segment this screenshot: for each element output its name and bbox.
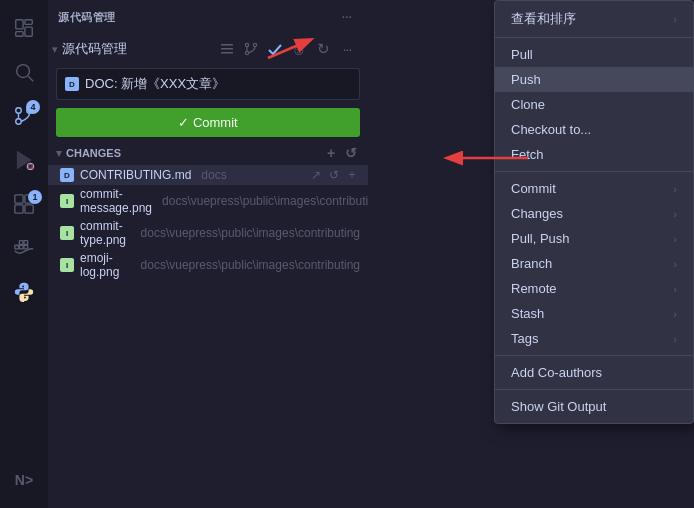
svg-rect-22 xyxy=(221,44,233,46)
file-item-commit-message[interactable]: I commit-message.png docs\vuepress\publi… xyxy=(48,185,368,217)
menu-separator-2 xyxy=(495,171,693,172)
menu-item-changes-chevron: › xyxy=(673,208,677,220)
changes-header[interactable]: ▾ Changes + ↺ xyxy=(48,141,368,165)
file-name-commit-message: commit-message.png xyxy=(80,187,152,215)
commit-button[interactable]: ✓ Commit xyxy=(56,108,360,137)
activity-icon-extensions[interactable]: 1 xyxy=(4,184,44,224)
menu-item-remote-label: Remote xyxy=(511,281,557,296)
changes-chevron: ▾ xyxy=(56,147,62,160)
menu-item-tags-label: Tags xyxy=(511,331,538,346)
changes-stage-all[interactable]: + xyxy=(322,144,340,162)
changes-label: Changes xyxy=(66,147,121,159)
activity-icon-git-lens[interactable]: N> xyxy=(4,460,44,500)
panel-title: 源代码管理 xyxy=(58,10,116,25)
svg-point-4 xyxy=(17,65,30,78)
menu-item-clone-label: Clone xyxy=(511,97,545,112)
activity-icon-run[interactable] xyxy=(4,140,44,180)
menu-item-show-git-output-label: Show Git Output xyxy=(511,399,606,414)
svg-rect-17 xyxy=(15,245,19,249)
file-icon-png-3: I xyxy=(60,258,74,272)
commit-input-box: D DOC: 新增《XXX文章》 xyxy=(56,68,360,100)
commit-input-text[interactable]: DOC: 新增《XXX文章》 xyxy=(85,75,225,93)
menu-item-view-sort[interactable]: 查看和排序 › xyxy=(495,5,693,33)
menu-item-checkout-label: Checkout to... xyxy=(511,122,591,137)
activity-icon-source-control[interactable]: 4 xyxy=(4,96,44,136)
menu-item-show-git-output[interactable]: Show Git Output xyxy=(495,394,693,419)
changes-section: ▾ Changes + ↺ D CONTRIBUTING.md docs ↗ ↺… xyxy=(48,141,368,508)
svg-rect-13 xyxy=(15,195,23,203)
activity-icon-python[interactable] xyxy=(4,272,44,312)
menu-item-stash[interactable]: Stash › xyxy=(495,301,693,326)
activity-icon-docker[interactable] xyxy=(4,228,44,268)
menu-item-add-co-authors-label: Add Co-authors xyxy=(511,365,602,380)
changes-discard-all[interactable]: ↺ xyxy=(342,144,360,162)
changes-header-right: + ↺ xyxy=(322,144,360,162)
main-content: 源代码管理 ··· ▾ 源代码管理 xyxy=(48,0,694,508)
menu-item-clone[interactable]: Clone xyxy=(495,92,693,117)
menu-item-view-sort-chevron: › xyxy=(673,13,677,25)
scm-toolbar-more[interactable]: ··· xyxy=(336,38,358,60)
scm-header-icons: ☺ ↻ ··· xyxy=(216,38,358,60)
menu-item-pull[interactable]: Pull xyxy=(495,42,693,67)
file-path-contributing: docs xyxy=(201,168,226,182)
panel-more-icon[interactable]: ··· xyxy=(336,6,358,28)
svg-rect-15 xyxy=(15,205,23,213)
svg-rect-23 xyxy=(221,48,233,50)
svg-rect-1 xyxy=(25,20,32,25)
menu-item-add-co-authors[interactable]: Add Co-authors xyxy=(495,360,693,385)
scm-toolbar-lines[interactable] xyxy=(216,38,238,60)
menu-item-branch-chevron: › xyxy=(673,258,677,270)
menu-item-view-sort-label: 查看和排序 xyxy=(511,10,576,28)
svg-rect-12 xyxy=(29,165,33,169)
menu-item-commit[interactable]: Commit › xyxy=(495,176,693,201)
file-name-contributing: CONTRIBUTING.md xyxy=(80,168,191,182)
activity-icon-explorer[interactable] xyxy=(4,8,44,48)
file-item-actions: ↗ ↺ + xyxy=(308,167,360,183)
menu-item-tags[interactable]: Tags › xyxy=(495,326,693,351)
file-item-contributing[interactable]: D CONTRIBUTING.md docs ↗ ↺ + xyxy=(48,165,368,185)
svg-point-25 xyxy=(245,51,248,54)
file-item-commit-type[interactable]: I commit-type.png docs\vuepress\public\i… xyxy=(48,217,368,249)
file-path-commit-type: docs\vuepress\public\images\contributing xyxy=(141,226,360,240)
file-stage-icon[interactable]: + xyxy=(344,167,360,183)
scm-chevron-icon: ▾ xyxy=(52,43,58,56)
file-icon-md: D xyxy=(60,168,74,182)
menu-item-branch[interactable]: Branch › xyxy=(495,251,693,276)
changes-header-left: ▾ Changes xyxy=(56,147,121,160)
menu-item-checkout[interactable]: Checkout to... xyxy=(495,117,693,142)
context-menu: 查看和排序 › Pull Push Clone Checkout to... F… xyxy=(494,0,694,424)
menu-item-stash-chevron: › xyxy=(673,308,677,320)
svg-rect-21 xyxy=(24,241,28,245)
menu-item-remote-chevron: › xyxy=(673,283,677,295)
menu-item-push[interactable]: Push xyxy=(495,67,693,92)
file-path-emoji-log: docs\vuepress\public\images\contributing xyxy=(141,258,360,272)
commit-button-label: ✓ Commit xyxy=(178,115,237,130)
file-discard-icon[interactable]: ↺ xyxy=(326,167,342,183)
scm-toolbar-check[interactable] xyxy=(264,38,286,60)
scm-section-header: ▾ 源代码管理 xyxy=(48,34,368,64)
source-control-badge: 4 xyxy=(26,100,40,114)
activity-icon-search[interactable] xyxy=(4,52,44,92)
menu-separator-3 xyxy=(495,355,693,356)
menu-item-push-label: Push xyxy=(511,72,541,87)
scm-toolbar-refresh[interactable]: ↻ xyxy=(312,38,334,60)
menu-item-fetch-label: Fetch xyxy=(511,147,544,162)
menu-item-remote[interactable]: Remote › xyxy=(495,276,693,301)
menu-item-fetch[interactable]: Fetch xyxy=(495,142,693,167)
svg-rect-3 xyxy=(16,32,23,37)
menu-item-commit-label: Commit xyxy=(511,181,556,196)
file-open-icon[interactable]: ↗ xyxy=(308,167,324,183)
file-name-emoji-log: emoji-log.png xyxy=(80,251,131,279)
scm-toolbar-branch[interactable] xyxy=(240,38,262,60)
svg-rect-19 xyxy=(24,245,28,249)
panel-header-icons: ··· xyxy=(336,6,358,28)
svg-rect-16 xyxy=(25,205,33,213)
file-item-emoji-log[interactable]: I emoji-log.png docs\vuepress\public\ima… xyxy=(48,249,368,281)
svg-rect-20 xyxy=(19,241,23,245)
menu-item-pull-push[interactable]: Pull, Push › xyxy=(495,226,693,251)
panel-header: 源代码管理 ··· xyxy=(48,0,368,34)
menu-item-pull-label: Pull xyxy=(511,47,533,62)
file-icon-png-2: I xyxy=(60,226,74,240)
scm-toolbar-emoji[interactable]: ☺ xyxy=(288,38,310,60)
menu-item-changes[interactable]: Changes › xyxy=(495,201,693,226)
